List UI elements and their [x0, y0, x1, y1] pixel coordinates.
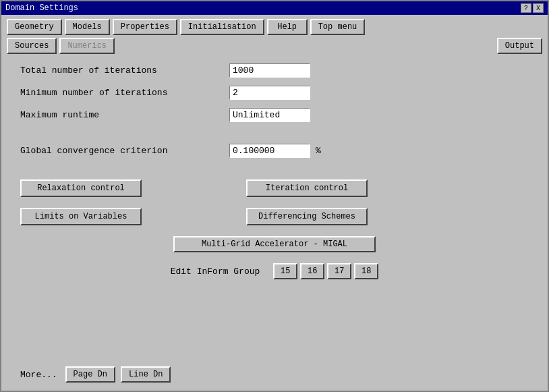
output-button[interactable]: Output	[497, 38, 542, 54]
numerics-button: Numerics	[59, 38, 115, 54]
min-iterations-label: Minimum number of iterations	[20, 88, 229, 98]
page-dn-button[interactable]: Page Dn	[65, 366, 115, 383]
top-menu-button[interactable]: Top menu	[310, 19, 366, 35]
edit-inform-18[interactable]: 18	[354, 263, 378, 279]
edit-inform-row: Edit InForm Group 15 16 17 18	[20, 263, 529, 279]
bottom-bar: More... Page Dn Line Dn	[7, 362, 542, 387]
total-iterations-row: Total number of iterations	[20, 63, 529, 78]
help-nav-button[interactable]: Help	[267, 19, 308, 35]
title-bar: Domain Settings ? X	[1, 1, 548, 15]
max-runtime-input[interactable]	[229, 108, 310, 122]
relaxation-control-button[interactable]: Relaxation control	[20, 179, 142, 197]
edit-inform-label: Edit InForm Group	[171, 267, 260, 277]
total-iterations-label: Total number of iterations	[20, 65, 229, 76]
differencing-schemes-button[interactable]: Differencing Schemes	[246, 208, 368, 225]
line-dn-button[interactable]: Line Dn	[121, 366, 171, 383]
limits-schemes-row: Limits on Variables Differencing Schemes	[20, 208, 529, 225]
convergence-input[interactable]	[229, 144, 310, 158]
edit-inform-buttons: 15 16 17 18	[273, 263, 378, 279]
edit-inform-15[interactable]: 15	[273, 263, 297, 279]
main-window: Domain Settings ? X Geometry Models Prop…	[0, 0, 549, 392]
window-title: Domain Settings	[5, 3, 78, 13]
title-bar-buttons: ? X	[521, 3, 544, 13]
max-runtime-row: Maximum runtime	[20, 108, 529, 122]
total-iterations-input[interactable]	[229, 63, 310, 78]
iteration-control-button[interactable]: Iteration control	[246, 179, 368, 197]
models-button[interactable]: Models	[65, 19, 110, 35]
toolbar-row-1: Geometry Models Properties Initialisatio…	[7, 19, 542, 35]
geometry-button[interactable]: Geometry	[7, 19, 62, 35]
content-area: Geometry Models Properties Initialisatio…	[1, 15, 548, 391]
min-iterations-input[interactable]	[229, 86, 310, 100]
help-button[interactable]: ?	[521, 3, 531, 13]
multigrid-row: Multi-Grid Accelerator - MIGAL	[20, 236, 529, 252]
sources-button[interactable]: Sources	[7, 38, 57, 54]
limits-variables-button[interactable]: Limits on Variables	[20, 208, 142, 225]
edit-inform-17[interactable]: 17	[327, 263, 351, 279]
min-iterations-row: Minimum number of iterations	[20, 86, 529, 100]
properties-button[interactable]: Properties	[113, 19, 177, 35]
convergence-label: Global convergence criterion	[20, 146, 229, 156]
convergence-suffix: %	[316, 146, 321, 156]
main-area: Total number of iterations Minimum numbe…	[7, 57, 542, 362]
initialisation-button[interactable]: Initialisation	[180, 19, 264, 35]
more-label: More...	[20, 370, 57, 380]
control-buttons-row: Relaxation control Iteration control	[20, 179, 529, 197]
max-runtime-label: Maximum runtime	[20, 110, 229, 120]
close-button[interactable]: X	[533, 3, 544, 13]
edit-inform-16[interactable]: 16	[300, 263, 324, 279]
multigrid-button[interactable]: Multi-Grid Accelerator - MIGAL	[173, 236, 376, 252]
convergence-row: Global convergence criterion %	[20, 144, 529, 158]
toolbar-row-2: Sources Numerics Output	[7, 38, 542, 54]
